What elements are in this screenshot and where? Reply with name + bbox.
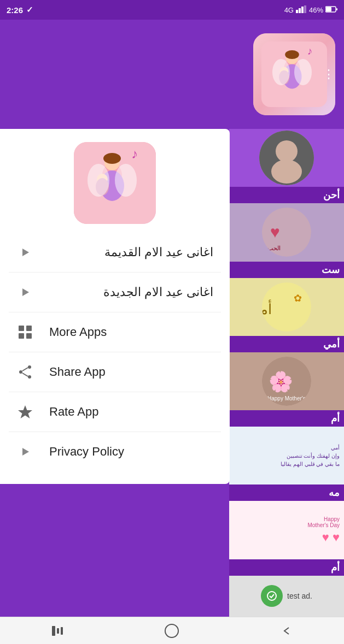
menu-item-share-app[interactable]: Share App <box>0 352 230 392</box>
thumb-circle-2: ♥ الحب <box>262 208 311 257</box>
thumb-image-2: ♥ الحب <box>229 203 344 261</box>
svg-text:♥: ♥ <box>270 223 280 241</box>
ad-text: test ad. <box>287 592 312 600</box>
svg-line-51 <box>22 373 28 376</box>
svg-text:♪: ♪ <box>307 45 313 57</box>
status-right-area: 4G 46% <box>284 5 337 15</box>
thumbnail-1[interactable]: أحن قلب أحن <box>229 129 344 203</box>
thumb-label-4: أم <box>229 410 344 427</box>
star-icon <box>16 403 34 421</box>
battery-percent: 46% <box>309 6 323 14</box>
svg-rect-45 <box>19 333 24 339</box>
thumb-circle-3: أمي ✿ <box>262 282 311 332</box>
thumb-circle-4: 🌸 Happy Mother's Day <box>262 357 311 406</box>
drawer-header: ♪ <box>0 129 230 233</box>
signal-bars <box>296 5 307 15</box>
old-songs-label: اغانى عيد الام القديمة <box>49 245 213 259</box>
nav-back-button[interactable] <box>270 620 303 642</box>
svg-rect-6 <box>336 8 337 10</box>
svg-rect-56 <box>61 627 63 635</box>
thumb-label-6: أم <box>229 559 344 576</box>
svg-point-10 <box>285 50 299 59</box>
svg-rect-43 <box>19 326 24 331</box>
svg-line-50 <box>22 368 28 371</box>
thumbnail-6[interactable]: Happy Mother's Day ♥ ♥ أم <box>229 501 344 575</box>
thumbnail-2[interactable]: ♥ الحب ست <box>229 203 344 277</box>
svg-text:Happy Mother's Day: Happy Mother's Day <box>267 395 311 401</box>
thumb-image-3: أمي ✿ <box>229 278 344 336</box>
svg-point-39 <box>88 164 109 197</box>
status-bar: 2:26 ✓ 4G 46% <box>0 0 344 20</box>
menu-item-privacy-policy[interactable]: Privacy Policy <box>0 432 230 471</box>
thumb-circle-1: أحن قلب <box>259 131 314 185</box>
svg-point-30 <box>267 592 276 600</box>
svg-marker-41 <box>22 249 29 256</box>
thumb-text-6: Happy Mother's Day <box>307 516 340 528</box>
more-apps-label: More Apps <box>49 325 107 339</box>
svg-rect-44 <box>26 326 32 331</box>
svg-text:🌸: 🌸 <box>269 370 293 393</box>
nav-home-button[interactable] <box>155 620 188 642</box>
svg-rect-1 <box>299 8 301 13</box>
thumb-label-5: مه <box>229 485 344 501</box>
svg-marker-52 <box>18 405 32 418</box>
svg-text:✿: ✿ <box>294 293 302 304</box>
svg-marker-53 <box>22 448 29 456</box>
thumbnails-column: أحن قلب أحن ♥ الحب ست <box>229 129 344 617</box>
svg-rect-2 <box>301 7 304 13</box>
svg-point-34 <box>103 153 121 164</box>
svg-rect-0 <box>296 10 298 13</box>
svg-point-38 <box>115 164 137 197</box>
play-icon-privacy <box>16 443 34 460</box>
new-songs-label: اغانى عيد الام الجديدة <box>49 285 213 299</box>
status-check: ✓ <box>26 5 33 15</box>
svg-point-19 <box>271 159 302 184</box>
menu-item-new-songs[interactable]: اغانى عيد الام الجديدة <box>0 273 230 312</box>
nav-menu-button[interactable] <box>41 620 74 642</box>
svg-text:♪: ♪ <box>131 146 138 161</box>
network-type: 4G <box>284 6 294 14</box>
play-icon-new-songs <box>16 283 34 301</box>
svg-point-57 <box>165 624 178 637</box>
svg-point-18 <box>276 140 298 162</box>
svg-point-49 <box>19 370 22 374</box>
play-icon-old-songs <box>16 244 34 261</box>
thumb-label-3: أمي <box>229 336 344 352</box>
thumb-image-6: Happy Mother's Day ♥ ♥ <box>229 501 344 559</box>
thumbnail-5[interactable]: أمي وإن لهفتك وأنت تنصبين ما بقي في قلبي… <box>229 427 344 501</box>
svg-rect-55 <box>57 628 59 634</box>
hearts-decoration: ♥ ♥ <box>322 530 340 545</box>
privacy-policy-label: Privacy Policy <box>49 445 124 459</box>
svg-text:أمي: أمي <box>262 299 272 317</box>
thumb-text-5: أمي وإن لهفتك وأنت تنصبين ما بقي في قلبي… <box>281 444 340 468</box>
svg-rect-5 <box>326 7 331 11</box>
bottom-navigation <box>0 617 344 644</box>
svg-point-48 <box>28 375 31 379</box>
navigation-drawer: ♪ اغانى عيد الام القديمة اغانى عيد الام … <box>0 129 230 484</box>
svg-rect-54 <box>52 626 55 636</box>
thumb-image-4: 🌸 Happy Mother's Day <box>229 352 344 410</box>
status-time-area: 2:26 ✓ <box>7 5 33 15</box>
menu-item-more-apps[interactable]: More Apps <box>0 312 230 352</box>
svg-rect-3 <box>304 5 306 13</box>
content-area: أحن قلب أحن ♥ الحب ست <box>0 129 344 617</box>
share-app-label: Share App <box>49 365 106 379</box>
status-time: 2:26 <box>7 5 23 15</box>
thumb-label-2: ست <box>229 262 344 278</box>
thumbnail-3[interactable]: أمي ✿ أمي <box>229 278 344 352</box>
battery-icon <box>325 6 337 14</box>
menu-item-old-songs[interactable]: اغانى عيد الام القديمة <box>0 233 230 272</box>
thumb-image-5: أمي وإن لهفتك وأنت تنصبين ما بقي في قلبي… <box>229 427 344 485</box>
thumbnail-4[interactable]: 🌸 Happy Mother's Day أم <box>229 352 344 427</box>
svg-marker-42 <box>22 288 29 296</box>
thumb-label-1: أحن <box>229 187 344 203</box>
more-options-button[interactable]: ⋮ <box>323 67 335 81</box>
share-icon <box>16 363 34 381</box>
header: ♪ ⋮ <box>0 20 344 129</box>
svg-point-15 <box>272 59 290 85</box>
thumb-image-1: أحن قلب <box>229 129 344 187</box>
ad-banner: test ad. <box>229 576 344 617</box>
svg-text:الحب: الحب <box>267 245 281 251</box>
svg-rect-46 <box>26 333 32 339</box>
menu-item-rate-app[interactable]: Rate App <box>0 392 230 432</box>
